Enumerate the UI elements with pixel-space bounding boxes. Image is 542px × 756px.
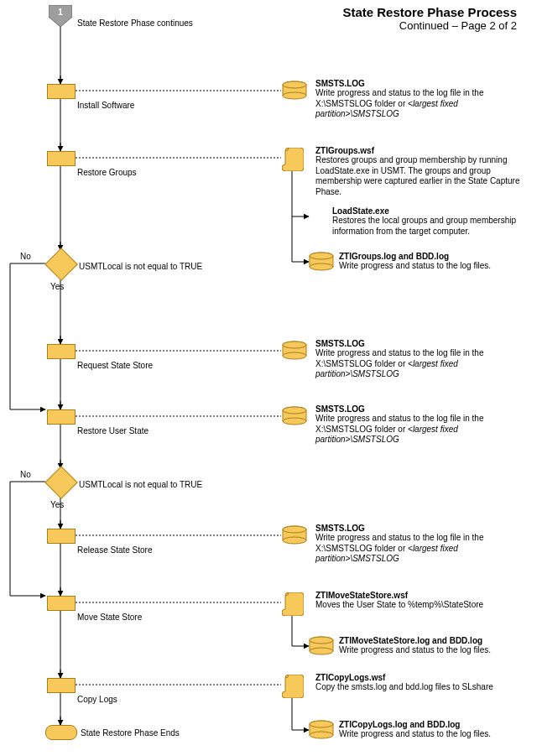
note-body: Write progress and status to the log fil… (315, 88, 525, 120)
note-body: Write progress and status to the log fil… (315, 414, 525, 446)
decision-usmtlocal-1-label: USMTLocal is not equal to TRUE (79, 262, 247, 271)
svg-point-22 (283, 92, 306, 99)
note-body: Restores groups and group membership by … (315, 155, 534, 197)
decision-usmtlocal-2 (44, 466, 78, 499)
note-heading: ZTIGroups.wsf (315, 146, 534, 155)
svg-point-43 (310, 637, 333, 644)
page-subtitle: Continued – Page 2 of 2 (342, 19, 517, 32)
process-install-software (47, 84, 76, 99)
script-icon (282, 148, 304, 173)
process-request-state-store (47, 344, 76, 359)
process-restore-user-state (47, 409, 76, 425)
svg-point-47 (310, 721, 333, 727)
database-icon (282, 81, 307, 102)
note-heading: SMSTS.LOG (315, 524, 525, 533)
svg-point-35 (283, 407, 306, 414)
process-copy-logs (47, 678, 76, 693)
svg-point-46 (310, 732, 333, 738)
note-body: Write progress and status to the log fil… (315, 533, 525, 565)
note-release-state-store: SMSTS.LOG Write progress and status to t… (315, 524, 525, 565)
decision-usmtlocal-2-label: USMTLocal is not equal to TRUE (79, 480, 247, 489)
process-release-state-store-label: Release State Store (77, 545, 153, 555)
note-zticopy-log: ZTICopyLogs.log and BDD.log Write progre… (339, 720, 532, 740)
terminator-end-label: State Restore Phase Ends (81, 728, 180, 738)
note-body: Write progress and status to the log fil… (339, 261, 532, 272)
note-heading: SMSTS.LOG (315, 404, 525, 414)
note-heading: ZTICopyLogs.log and BDD.log (339, 720, 532, 729)
process-move-state-store-label: Move State Store (77, 613, 142, 622)
note-body: Moves the User State to %temp%\StateStor… (315, 600, 525, 611)
note-move-state-store: ZTIMoveStateStore.wsf Moves the User Sta… (315, 591, 525, 611)
terminator-end (45, 725, 77, 740)
database-icon (282, 341, 307, 362)
branch-no-1: No (20, 252, 31, 261)
branch-yes-2: Yes (50, 500, 64, 509)
note-restore-groups: ZTIGroups.wsf Restores groups and group … (315, 146, 534, 197)
database-icon (309, 252, 334, 274)
page-title: State Restore Phase Process (342, 5, 517, 19)
start-label: State Restore Phase continues (77, 18, 245, 28)
script-icon (282, 592, 304, 618)
process-install-software-label: Install Software (77, 101, 134, 110)
process-request-state-store-label: Request State Store (77, 361, 153, 370)
process-restore-groups (47, 151, 76, 166)
branch-no-2: No (20, 470, 31, 479)
svg-point-31 (283, 342, 306, 348)
note-request-state-store: SMSTS.LOG Write progress and status to t… (315, 339, 525, 380)
svg-point-26 (310, 263, 333, 270)
note-heading: ZTICopyLogs.wsf (315, 673, 525, 682)
note-ztigroups-log: ZTIGroups.log and BDD.log Write progress… (339, 252, 532, 272)
process-release-state-store (47, 529, 76, 544)
note-loadstate: LoadState.exe Restores the local groups … (332, 206, 525, 237)
note-body: Write progress and status to the log fil… (339, 645, 532, 656)
flowchart-page: State Restore Phase Process Continued – … (0, 0, 542, 756)
process-move-state-store (47, 596, 76, 611)
note-install-software: SMSTS.LOG Write progress and status to t… (315, 79, 525, 120)
note-copy-logs: ZTICopyLogs.wsf Copy the smsts.log and b… (315, 673, 525, 693)
script-icon (282, 675, 304, 700)
note-heading: ZTIMoveStateStore.wsf (315, 591, 525, 600)
svg-point-39 (283, 526, 306, 533)
page-title-block: State Restore Phase Process Continued – … (342, 5, 517, 32)
note-heading: ZTIGroups.log and BDD.log (339, 252, 532, 261)
process-copy-logs-label: Copy Logs (77, 695, 117, 704)
note-restore-user-state: SMSTS.LOG Write progress and status to t… (315, 404, 525, 446)
svg-point-34 (283, 418, 306, 425)
database-icon (282, 406, 307, 428)
svg-point-30 (283, 352, 306, 359)
decision-usmtlocal-1 (44, 248, 78, 281)
note-heading: LoadState.exe (332, 206, 525, 216)
process-restore-groups-label: Restore Groups (77, 168, 137, 177)
note-body: Copy the smsts.log and bdd.log files to … (315, 682, 525, 693)
svg-point-38 (283, 537, 306, 544)
database-icon (309, 720, 334, 742)
note-body: Write progress and status to the log fil… (315, 348, 525, 380)
database-icon (309, 636, 334, 658)
note-heading: SMSTS.LOG (315, 79, 525, 88)
svg-point-27 (310, 253, 333, 259)
branch-yes-1: Yes (50, 282, 64, 291)
database-icon (282, 525, 307, 547)
process-restore-user-state-label: Restore User State (77, 426, 149, 435)
svg-point-23 (283, 81, 306, 88)
svg-point-42 (310, 648, 333, 654)
note-heading: ZTIMoveStateStore.log and BDD.log (339, 636, 532, 645)
off-page-connector-icon: 1 (49, 5, 72, 29)
off-page-connector-badge: 1 (58, 8, 63, 17)
note-body: Restores the local groups and group memb… (332, 216, 525, 237)
note-body: Write progress and status to the log fil… (339, 729, 532, 740)
note-ztimove-log: ZTIMoveStateStore.log and BDD.log Write … (339, 636, 532, 656)
note-heading: SMSTS.LOG (315, 339, 525, 348)
